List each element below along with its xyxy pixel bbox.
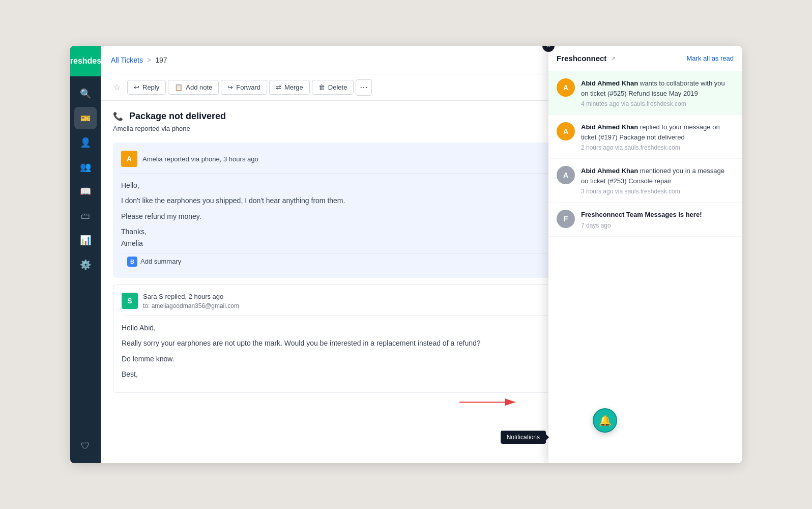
reply-label: Reply [142,83,159,91]
delete-button[interactable]: 🗑 Delete [312,80,354,95]
second-message-time: 2 hours ago [189,293,224,300]
second-message-action: replied, [165,293,188,300]
add-note-button[interactable]: 📋 Add note [168,80,219,95]
reply-button[interactable]: ↩ Reply [127,80,166,95]
bell-icon: 🔔 [599,414,612,427]
notifications-tooltip: Notifications [501,431,546,444]
notification-time-4: 7 days ago [581,222,734,229]
notifications-list: A Abid Ahmed Khan wants to collaborate w… [548,71,742,237]
notification-content-2: Abid Ahmed Khan replied to your message … [581,122,734,151]
sidebar-bottom: 🛡 [74,429,97,463]
notifications-bell-button[interactable]: 🔔 [593,408,617,433]
summary-icon: B [127,257,137,267]
sidebar-item-reports[interactable]: 🗃 [74,205,97,227]
notification-content-4: Freshconnect Team Messages is here! 7 da… [581,210,734,229]
groups-icon: 👥 [80,161,91,173]
second-message-avatar: S [122,293,138,309]
sidebar-item-analytics[interactable]: 📊 [74,229,97,251]
second-message-meta: Sara S replied, 2 hours ago to: ameliago… [143,293,239,309]
first-message-meta: Amelia reported via phone, 3 hours ago [142,155,258,163]
notifications-title-area: Freshconnect ↗ [557,54,616,63]
first-message-body: Hello, I don't like the earphones you sh… [121,173,599,249]
first-message-header: A Amelia reported via phone, 3 hours ago [121,151,599,167]
notification-item-4[interactable]: F Freshconnect Team Messages is here! 7 … [548,203,742,237]
sidebar: Freshdesk 🔍 🎫 👤 👥 📖 🗃 📊 [70,46,101,463]
sidebar-nav: 🔍 🎫 👤 👥 📖 🗃 📊 ⚙️ [74,76,97,429]
breadcrumb-ticket-number: 197 [155,56,167,64]
sidebar-logo[interactable]: Freshdesk [70,46,101,76]
settings-icon: ⚙️ [80,259,91,270]
reports-icon: 🗃 [81,211,90,221]
note-icon: 📋 [175,83,183,91]
star-button[interactable]: ☆ [109,79,125,96]
notification-content-3: Abid Ahmed Khan mentioned you in a messa… [581,166,734,195]
first-message-time: 3 hours ago [223,155,258,163]
first-message-author: Amelia [142,155,163,163]
reply-line-1: Hello Abid, [122,322,599,333]
close-icon: × [546,46,550,49]
notification-content-1: Abid Ahmed Khan wants to collaborate wit… [581,78,734,107]
ticket-subtitle: Amelia reported via phone [113,125,607,132]
notification-time-2: 2 hours ago via sauls.freshdesk.com [581,144,734,151]
notification-text-4: Freshconnect Team Messages is here! [581,210,734,220]
star-icon: ☆ [113,82,121,92]
notification-item-1[interactable]: A Abid Ahmed Khan wants to collaborate w… [548,71,742,115]
more-options-button[interactable]: ⋯ [356,79,372,96]
reply-to: to: ameliagoodman356@gmail.com [143,302,239,309]
shield-icon: 🛡 [81,441,90,451]
sidebar-item-search[interactable]: 🔍 [74,82,97,105]
notification-time-3: 3 hours ago via sauls.freshdesk.com [581,188,734,195]
tickets-icon: 🎫 [80,114,91,123]
body-line-3: Please refund my money. [121,211,599,222]
notif-author-4: Freshconnect Team Messages is here! [581,211,702,218]
sidebar-item-groups[interactable]: 👥 [74,156,97,178]
sidebar-item-security[interactable]: 🛡 [74,435,97,457]
sidebar-item-tickets[interactable]: 🎫 [74,107,97,129]
delete-label: Delete [328,83,347,91]
notification-item-2[interactable]: A Abid Ahmed Khan replied to your messag… [548,115,742,159]
arrow-svg [459,396,520,408]
body-line-1: Hello, [121,180,599,191]
notification-text-1: Abid Ahmed Khan wants to collaborate wit… [581,78,734,98]
forward-icon: ↪ [227,83,233,91]
second-message-author: Sara S [143,293,163,300]
breadcrumb-all-tickets[interactable]: All Tickets [111,56,143,64]
forward-label: Forward [236,83,260,91]
first-message-avatar: A [121,151,137,167]
first-message-action: reported via phone, [164,155,223,163]
app-container: Freshdesk 🔍 🎫 👤 👥 📖 🗃 📊 [70,46,742,463]
sidebar-item-knowledge[interactable]: 📖 [74,180,97,203]
body-line-4: Thanks,Amelia [121,226,599,249]
external-link-icon[interactable]: ↗ [611,55,616,62]
breadcrumb-separator: > [147,56,151,64]
forward-button[interactable]: ↪ Forward [221,80,267,95]
second-message-header: S Sara S replied, 2 hours ago to: amelia… [122,293,599,309]
notifications-panel: × Freshconnect ↗ Mark all as read A Abid… [548,46,742,463]
merge-icon: ⇄ [276,83,281,91]
ticket-title-area: 📞 Package not delivered [113,111,607,122]
notification-item-3[interactable]: A Abid Ahmed Khan mentioned you in a mes… [548,159,742,203]
notification-time-1: 4 minutes ago via sauls.freshdesk.com [581,100,734,107]
mark-all-read-button[interactable]: Mark all as read [687,54,734,62]
search-icon: 🔍 [80,88,91,99]
ticket-main: 📞 Package not delivered Amelia reported … [101,101,620,463]
tooltip-text: Notifications [507,434,540,441]
reply-icon: ↩ [134,83,139,91]
second-message-body: Hello Abid, Really sorry your earphones … [122,316,599,380]
reporter-name: Amelia [113,125,133,132]
sidebar-item-settings[interactable]: ⚙️ [74,253,97,276]
add-summary-button[interactable]: B Add summary [121,253,599,270]
second-message-card: S Sara S replied, 2 hours ago to: amelia… [113,284,607,393]
delete-icon: 🗑 [318,83,325,91]
body-line-2: I don't like the earphones you shipped, … [121,195,599,206]
add-note-label: Add note [186,83,212,91]
report-channel: reported via phone [135,125,190,132]
merge-button[interactable]: ⇄ Merge [269,80,310,95]
notif-author-3: Abid Ahmed Khan [581,167,638,175]
more-icon: ⋯ [360,82,368,92]
notification-text-3: Abid Ahmed Khan mentioned you in a messa… [581,166,734,186]
notif-avatar-4: F [557,210,575,228]
notif-author-2: Abid Ahmed Khan [581,123,638,131]
notifications-panel-title: Freshconnect [557,54,606,63]
sidebar-item-contacts[interactable]: 👤 [74,131,97,154]
